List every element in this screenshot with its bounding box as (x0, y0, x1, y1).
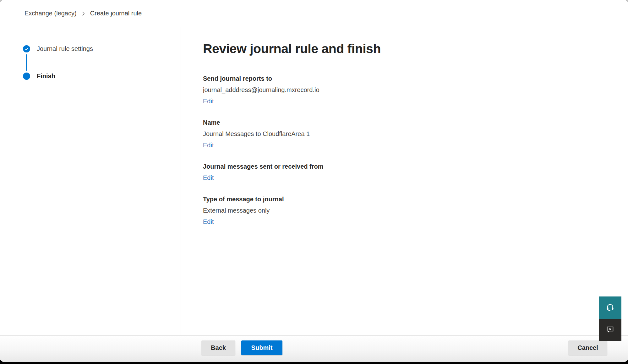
feedback-button[interactable] (599, 319, 621, 341)
review-section-message-type: Type of message to journal External mess… (203, 195, 628, 226)
wizard-footer: Back Submit Cancel (0, 335, 628, 362)
step-current-dot-icon (23, 73, 30, 80)
section-label: Type of message to journal (203, 195, 628, 204)
rule-name-value: Journal Messages to CloudflareArea 1 (203, 129, 628, 138)
edit-rule-name-link[interactable]: Edit (203, 141, 214, 149)
wizard-step-journal-rule-settings[interactable]: Journal rule settings (23, 45, 181, 52)
breadcrumb-current-page: Create journal rule (90, 10, 142, 17)
review-pane: Review journal rule and finish Send jour… (181, 27, 628, 335)
step-label: Journal rule settings (37, 45, 93, 52)
headset-icon (605, 302, 615, 313)
cancel-button[interactable]: Cancel (568, 340, 607, 355)
submit-button[interactable]: Submit (241, 340, 282, 355)
wizard-steps-rail: Journal rule settings Finish (0, 27, 181, 335)
edit-journal-scope-link[interactable]: Edit (203, 173, 214, 182)
review-section-journal-scope: Journal messages sent or received from E… (203, 162, 628, 182)
step-label: Finish (37, 73, 55, 80)
step-connector-line (26, 54, 27, 71)
chevron-right-icon (81, 11, 86, 16)
side-widgets (599, 296, 621, 341)
edit-journal-address-link[interactable]: Edit (203, 97, 214, 106)
wizard-body: Journal rule settings Finish Review jour… (0, 27, 628, 335)
help-button[interactable] (599, 296, 621, 319)
message-type-value: External messages only (203, 206, 628, 215)
review-section-send-journal-reports-to: Send journal reports to journal_adddress… (203, 74, 628, 106)
page-title: Review journal rule and finish (203, 41, 628, 57)
section-label: Journal messages sent or received from (203, 162, 628, 171)
breadcrumb-link-exchange-legacy[interactable]: Exchange (legacy) (25, 10, 77, 17)
section-label: Send journal reports to (203, 74, 628, 83)
step-completed-check-icon (23, 45, 30, 52)
back-button[interactable]: Back (201, 340, 235, 355)
breadcrumb: Exchange (legacy) Create journal rule (0, 0, 628, 27)
review-section-name: Name Journal Messages to CloudflareArea … (203, 118, 628, 149)
journal-address-value: journal_adddress@journaling.mxrecord.io (203, 85, 628, 94)
section-label: Name (203, 118, 628, 127)
feedback-icon (606, 325, 614, 335)
create-journal-rule-wizard-window: Exchange (legacy) Create journal rule Jo… (0, 0, 628, 362)
wizard-step-finish[interactable]: Finish (23, 73, 181, 80)
edit-message-type-link[interactable]: Edit (203, 217, 214, 226)
